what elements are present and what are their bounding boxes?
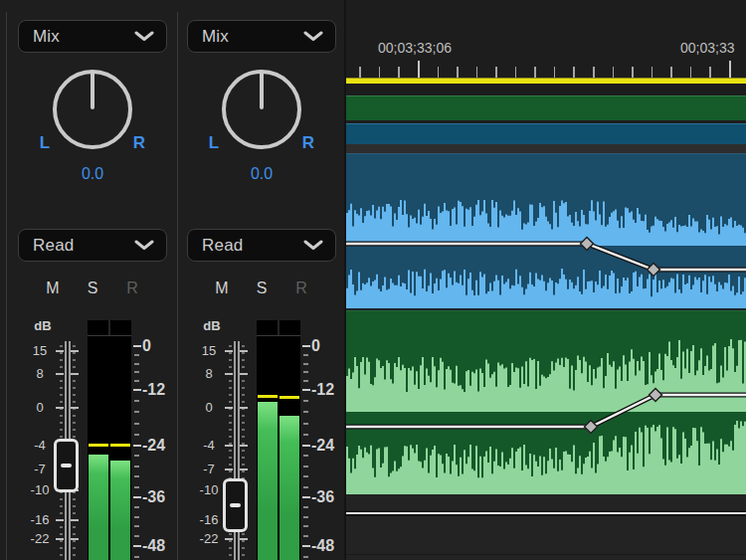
meter-scale-label: -12	[142, 380, 176, 400]
meter-tick	[302, 389, 310, 391]
ruler-tick	[476, 67, 478, 78]
audio-waveform	[346, 421, 746, 495]
meter-minor-tick	[134, 455, 139, 457]
meter-minor-tick	[303, 486, 308, 488]
clip-indicator-gap	[278, 320, 280, 335]
meter-top-line	[257, 335, 300, 336]
meter-tick	[133, 345, 141, 347]
peak-indicator-left	[258, 395, 278, 398]
ruler-major-tick	[418, 61, 420, 78]
ruler-tick	[554, 67, 556, 78]
meter-minor-tick	[303, 354, 308, 356]
meter-minor-tick	[134, 525, 139, 527]
meter-minor-tick	[303, 363, 308, 365]
audio-waveform	[346, 339, 746, 412]
ruler-tick	[379, 67, 381, 78]
audio-waveform	[346, 200, 746, 246]
meter-minor-tick	[134, 556, 139, 558]
peak-indicator-right	[280, 396, 299, 399]
level-meter: 0-12-24-36-48	[187, 0, 346, 560]
meter-tick	[302, 545, 310, 547]
meter-tick	[133, 496, 141, 498]
meter-minor-tick	[303, 423, 308, 425]
meter-tick	[302, 345, 310, 347]
meter-minor-tick	[303, 434, 308, 436]
meter-minor-tick	[134, 423, 139, 425]
meter-minor-tick	[303, 380, 308, 382]
timecode-label: 00;03;33;06	[378, 40, 452, 56]
meter-scale-label: -24	[311, 436, 345, 456]
panel-divider	[177, 12, 178, 560]
audio-clip-1[interactable]	[346, 153, 746, 308]
ruler-tick	[398, 67, 400, 78]
meter-bar-right	[110, 461, 130, 560]
meter-scale-label: -48	[311, 536, 345, 556]
ruler-tick	[613, 67, 615, 78]
meter-minor-tick	[134, 371, 139, 373]
channel-strip-2: Mix L R 0.0 Read M S R dB 1580-4-7-10-16…	[187, 0, 346, 560]
meter-minor-tick	[303, 506, 308, 508]
meter-scale-label: -48	[142, 536, 176, 556]
ruler-tick	[593, 67, 595, 78]
ruler-tick	[534, 67, 536, 78]
collapsed-track-bar[interactable]	[346, 123, 746, 144]
ruler-tick	[457, 67, 459, 78]
meter-minor-tick	[303, 556, 308, 558]
meter-minor-tick	[134, 486, 139, 488]
volume-automation-line[interactable]	[346, 244, 746, 270]
meter-scale-label: 0	[311, 336, 345, 356]
ruler-tick	[359, 67, 361, 78]
ruler-tick	[709, 67, 711, 78]
ruler-tick	[515, 67, 517, 78]
ruler-tick	[438, 67, 440, 78]
panel-divider	[6, 12, 7, 560]
keyframe-diamond[interactable]	[648, 264, 660, 277]
meter-minor-tick	[134, 363, 139, 365]
meter-minor-tick	[303, 411, 308, 413]
meter-tick	[133, 445, 141, 447]
work-area-bar[interactable]	[346, 78, 746, 84]
empty-audio-track[interactable]	[346, 494, 746, 560]
meter-minor-tick	[303, 535, 308, 537]
ruler-tick	[632, 67, 634, 78]
timeline-panel: 00;03;33;06 00;03;33	[346, 0, 746, 560]
meter-bar-left	[258, 402, 278, 560]
meter-minor-tick	[303, 371, 308, 373]
meter-minor-tick	[134, 475, 139, 477]
track-divider	[346, 554, 746, 555]
meter-minor-tick	[303, 400, 308, 402]
meter-bar-right	[280, 416, 299, 560]
meter-minor-tick	[303, 516, 308, 518]
clip-indicator-gap	[108, 320, 110, 335]
automation-line[interactable]	[346, 512, 746, 514]
meter-minor-tick	[303, 525, 308, 527]
meter-tick	[133, 545, 141, 547]
level-meter: 0-12-24-36-48	[18, 0, 177, 560]
meter-minor-tick	[134, 411, 139, 413]
track-gap	[346, 144, 746, 153]
audio-waveform	[346, 269, 746, 309]
timecode-label: 00;03;33	[680, 40, 735, 56]
meter-minor-tick	[134, 516, 139, 518]
video-track-clip-bar[interactable]	[346, 95, 746, 120]
meter-tick	[133, 389, 141, 391]
meter-minor-tick	[303, 455, 308, 457]
meter-scale-label: 0	[142, 336, 176, 356]
meter-minor-tick	[134, 400, 139, 402]
ruler-tick	[495, 67, 497, 78]
meter-minor-tick	[303, 475, 308, 477]
meter-scale-label: -36	[311, 487, 345, 507]
peak-indicator-right	[110, 444, 130, 447]
meter-top-line	[88, 335, 131, 336]
ruler-tick	[652, 67, 653, 78]
meter-minor-tick	[134, 535, 139, 537]
ruler-tick	[573, 67, 575, 78]
channel-strip-1: Mix L R 0.0 Read M S R dB 1580-4-7-10-16…	[18, 0, 177, 560]
meter-minor-tick	[134, 354, 139, 356]
meter-tick	[302, 496, 310, 498]
volume-automation-line[interactable]	[346, 244, 746, 270]
audio-clip-2[interactable]	[346, 310, 746, 494]
meter-scale-label: -24	[142, 436, 176, 456]
meter-scale-label: -36	[142, 487, 176, 507]
peak-indicator-left	[89, 444, 108, 447]
